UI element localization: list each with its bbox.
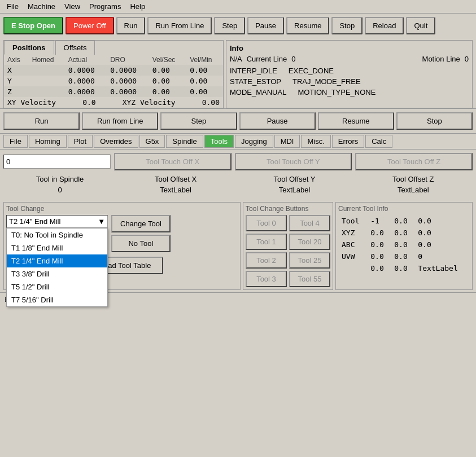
tab-file[interactable]: File [3, 135, 28, 148]
axis-cell-dro: 0.0000 [107, 76, 149, 86]
tool-change-panel: Tool Change T2 1/4" End Mill ▼ T0: No To… [3, 202, 241, 290]
no-tool-button[interactable]: No Tool [111, 235, 171, 252]
tab-errors[interactable]: Errors [332, 135, 364, 148]
dropdown-item-0[interactable]: T0: No Tool in Spindle [7, 228, 107, 241]
tab-mdi[interactable]: MDI [274, 135, 300, 148]
tab-misc[interactable]: Misc. [301, 135, 330, 148]
dropdown-item-5[interactable]: T7 5/16" Drill [7, 293, 107, 306]
cti-cell-2-1: 0.0 [367, 251, 391, 262]
menu-file[interactable]: File [2, 1, 23, 12]
cti-cell-0-0: XYZ [338, 227, 367, 239]
axis-table: Axis Homed Actual DRO Vel/Sec Vel/Min X0… [4, 55, 223, 97]
resume-btn[interactable]: Resume [318, 112, 394, 130]
runfromline-button[interactable]: Run From Line [147, 17, 212, 34]
pause-btn[interactable]: Pause [239, 112, 316, 130]
tab-tools[interactable]: Tools [204, 135, 234, 148]
tab-spindle[interactable]: Spindle [166, 135, 203, 148]
cti-table: Tool-10.00.0XYZ0.00.00.0ABC0.00.00.0UVW0… [338, 215, 470, 274]
axis-row: Z0.00000.00000.000.00 [4, 86, 223, 97]
axis-cell-actual: 0.0000 [65, 86, 107, 97]
traj-mode: TRAJ_MODE_FREE [292, 77, 361, 86]
tool-change-label: Tool Change [6, 205, 238, 213]
step-btn[interactable]: Step [160, 112, 237, 130]
tcb-btn-1-1[interactable]: Tool 20 [289, 234, 330, 250]
menu-view[interactable]: View [60, 1, 85, 12]
dropdown-item-4[interactable]: T5 1/2" Drill [7, 280, 107, 293]
tcb-btn-0-0[interactable]: Tool 0 [246, 215, 287, 231]
axis-cell-homed [29, 65, 65, 76]
info-header: Info [230, 44, 469, 52]
stop-button-top[interactable]: Stop [331, 17, 363, 34]
resume-button[interactable]: Resume [286, 17, 329, 34]
info-na: N/A [230, 55, 242, 63]
poweroff-button[interactable]: Power Off [65, 17, 114, 34]
cti-cell-1-0: ABC [338, 239, 367, 251]
tool-in-spindle-label: Tool in Spindle [3, 175, 116, 183]
cti-cell-3-1: 0.0 [367, 262, 391, 274]
exec-done: EXEC_DONE [289, 67, 334, 75]
touch-off-x-button[interactable]: Tool Touch Off X [114, 153, 232, 170]
tcb-btn-2-0[interactable]: Tool 2 [246, 252, 287, 269]
pause-button[interactable]: Pause [247, 17, 284, 34]
tab-bar-2: FileHomingPlotOverridesG5xSpindleToolsJo… [0, 134, 476, 150]
axis-cell-dro: 0.0000 [107, 86, 149, 97]
touch-off-y-button[interactable]: Tool Touch Off Y [235, 153, 352, 170]
tab-offsets[interactable]: Offsets [55, 41, 95, 55]
menu-help[interactable]: Help [125, 1, 150, 12]
estop-button[interactable]: E Stop Open [3, 17, 63, 34]
cti-row-2: UVW0.00.00 [338, 251, 470, 262]
tab-calc[interactable]: Calc [365, 135, 392, 148]
tool-input[interactable] [3, 155, 111, 169]
axis-cell-vel_sec: 0.00 [149, 86, 187, 97]
cti-cell-0-2: 0.0 [391, 227, 414, 239]
run-from-line-btn[interactable]: Run from Line [82, 112, 158, 130]
cti-panel-label: Current Tool Info [338, 205, 470, 213]
info-panel: Info N/A Current Line 0 Motion Line 0 IN… [226, 40, 473, 108]
tool-dropdown[interactable]: T2 1/4" End Mill ▼ [6, 215, 108, 228]
xy-velocity-val: 0.0 [82, 98, 95, 107]
tab-positions[interactable]: Positions [4, 41, 54, 55]
touch-off-z-button[interactable]: Tool Touch Off Z [355, 153, 473, 170]
tcb-btn-2-1[interactable]: Tool 25 [289, 252, 330, 269]
tcb-btn-3-1[interactable]: Tool 55 [289, 271, 330, 287]
quit-button[interactable]: Quit [406, 17, 435, 34]
tab-overrides[interactable]: Overrides [94, 135, 138, 148]
tcb-btn-0-1[interactable]: Tool 4 [289, 215, 330, 231]
tool-offset-x-label: Tool Offset X [116, 175, 235, 183]
tool-offset-y-label: Tool Offset Y [235, 175, 353, 183]
stop-btn[interactable]: Stop [396, 112, 473, 130]
positions-tab-bar: Positions Offsets [4, 41, 223, 55]
tab-jogging[interactable]: Jogging [235, 135, 273, 148]
menu-machine[interactable]: Machine [23, 1, 60, 12]
run-btn[interactable]: Run [3, 112, 80, 130]
cti-cell-1-1: 0.0 [367, 239, 391, 251]
col-axis: Axis [4, 55, 29, 65]
tcb-btn-1-0[interactable]: Tool 1 [246, 234, 287, 250]
tools-section: Tool Touch Off X Tool Touch Off Y Tool T… [0, 150, 476, 202]
step-button[interactable]: Step [214, 17, 245, 34]
dropdown-item-2[interactable]: T2 1/4" End Mill [7, 254, 107, 267]
bottom-area: Tool Change T2 1/4" End Mill ▼ T0: No To… [0, 202, 476, 290]
dropdown-item-3[interactable]: T3 3/8" Drill [7, 267, 107, 280]
tcb-btn-3-0[interactable]: Tool 3 [246, 271, 287, 287]
velocity-row: XY Velocity 0.0 XYZ Velocity 0.00 [4, 97, 223, 108]
tab-homing[interactable]: Homing [29, 135, 67, 148]
motion-line-val: 0 [465, 55, 469, 63]
current-line-label: Current Line [247, 55, 287, 63]
xyz-velocity-label: XYZ Velocity [123, 98, 176, 107]
tool-change-buttons-panel: Tool Change Buttons Tool 0Tool 4Tool 1To… [243, 202, 333, 290]
tools-input-row: Tool Touch Off X Tool Touch Off Y Tool T… [3, 153, 473, 170]
change-tool-button[interactable]: Change Tool [111, 215, 171, 232]
reload-button[interactable]: Reload [365, 17, 404, 34]
tab-g5x[interactable]: G5x [139, 135, 165, 148]
tool-in-spindle-val: 0 [3, 186, 116, 194]
run-button[interactable]: Run [116, 17, 146, 34]
tab-plot[interactable]: Plot [68, 135, 93, 148]
dropdown-item-1[interactable]: T1 1/8" End Mill [7, 241, 107, 254]
current-line-val: 0 [291, 55, 295, 63]
cti-cell-3-0 [338, 262, 367, 274]
cti-header-0: Tool [338, 215, 367, 227]
axis-row: X0.00000.00000.000.00 [4, 65, 223, 76]
axis-cell-homed [29, 86, 65, 97]
menu-programs[interactable]: Programs [85, 1, 125, 12]
